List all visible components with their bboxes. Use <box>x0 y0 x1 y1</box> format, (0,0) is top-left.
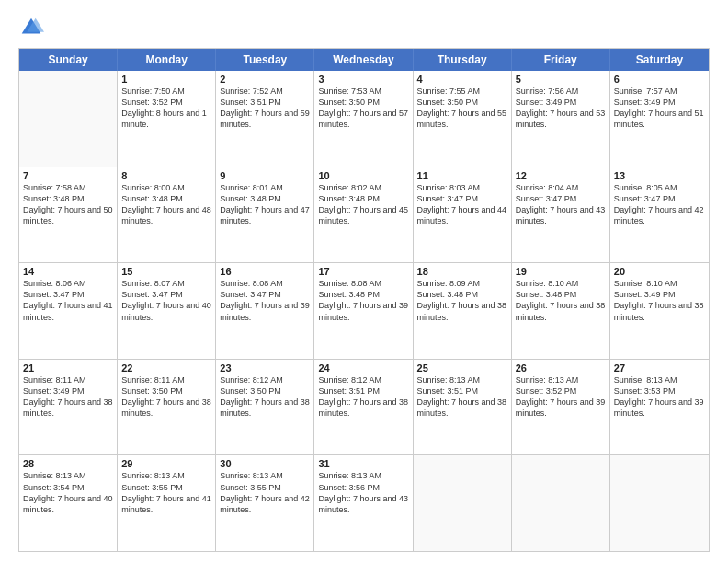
day-number: 9 <box>220 170 310 181</box>
logo-icon <box>18 15 44 40</box>
day-number: 19 <box>516 266 606 277</box>
calendar-cell: 30Sunrise: 8:13 AMSunset: 3:55 PMDayligh… <box>216 455 314 551</box>
cell-info: Sunrise: 8:13 AMSunset: 3:53 PMDaylight:… <box>614 374 705 419</box>
calendar-row-5: 28Sunrise: 8:13 AMSunset: 3:54 PMDayligh… <box>19 454 709 551</box>
cell-info: Sunrise: 8:08 AMSunset: 3:48 PMDaylight:… <box>318 278 408 323</box>
cell-info: Sunrise: 8:13 AMSunset: 3:55 PMDaylight:… <box>220 470 310 515</box>
cell-info: Sunrise: 8:02 AMSunset: 3:48 PMDaylight:… <box>318 182 408 227</box>
calendar-header: SundayMondayTuesdayWednesdayThursdayFrid… <box>19 49 709 71</box>
calendar-row-1: 1Sunrise: 7:50 AMSunset: 3:52 PMDaylight… <box>19 71 709 167</box>
cell-info: Sunrise: 7:57 AMSunset: 3:49 PMDaylight:… <box>614 86 705 131</box>
calendar-row-4: 21Sunrise: 8:11 AMSunset: 3:49 PMDayligh… <box>19 359 709 455</box>
calendar: SundayMondayTuesdayWednesdayThursdayFrid… <box>18 48 710 552</box>
calendar-cell: 11Sunrise: 8:03 AMSunset: 3:47 PMDayligh… <box>414 167 512 263</box>
cell-info: Sunrise: 8:13 AMSunset: 3:56 PMDaylight:… <box>318 470 408 515</box>
calendar-cell: 27Sunrise: 8:13 AMSunset: 3:53 PMDayligh… <box>610 360 709 455</box>
day-number: 11 <box>417 170 507 181</box>
cell-info: Sunrise: 8:12 AMSunset: 3:50 PMDaylight:… <box>220 374 310 419</box>
cell-info: Sunrise: 8:05 AMSunset: 3:47 PMDaylight:… <box>614 182 705 227</box>
calendar-cell: 8Sunrise: 8:00 AMSunset: 3:48 PMDaylight… <box>118 167 216 263</box>
day-number: 8 <box>121 170 211 181</box>
day-of-week-saturday: Saturday <box>610 49 709 71</box>
calendar-cell: 15Sunrise: 8:07 AMSunset: 3:47 PMDayligh… <box>118 263 216 359</box>
cell-info: Sunrise: 8:08 AMSunset: 3:47 PMDaylight:… <box>220 278 310 323</box>
cell-info: Sunrise: 8:12 AMSunset: 3:51 PMDaylight:… <box>318 374 408 419</box>
calendar-cell: 20Sunrise: 8:10 AMSunset: 3:49 PMDayligh… <box>610 263 709 359</box>
calendar-cell: 22Sunrise: 8:11 AMSunset: 3:50 PMDayligh… <box>118 360 216 455</box>
calendar-cell: 12Sunrise: 8:04 AMSunset: 3:47 PMDayligh… <box>512 167 610 263</box>
cell-info: Sunrise: 8:01 AMSunset: 3:48 PMDaylight:… <box>220 182 310 227</box>
calendar-cell: 2Sunrise: 7:52 AMSunset: 3:51 PMDaylight… <box>216 71 314 167</box>
cell-info: Sunrise: 7:58 AMSunset: 3:48 PMDaylight:… <box>23 182 113 227</box>
calendar-cell: 17Sunrise: 8:08 AMSunset: 3:48 PMDayligh… <box>314 263 413 359</box>
calendar-cell: 23Sunrise: 8:12 AMSunset: 3:50 PMDayligh… <box>216 360 314 455</box>
header <box>18 15 710 40</box>
calendar-row-3: 14Sunrise: 8:06 AMSunset: 3:47 PMDayligh… <box>19 262 709 359</box>
cell-info: Sunrise: 8:07 AMSunset: 3:47 PMDaylight:… <box>121 278 211 323</box>
cell-info: Sunrise: 8:11 AMSunset: 3:49 PMDaylight:… <box>23 374 113 419</box>
day-number: 4 <box>417 74 507 85</box>
cell-info: Sunrise: 8:04 AMSunset: 3:47 PMDaylight:… <box>516 182 606 227</box>
day-number: 31 <box>318 458 408 469</box>
calendar-row-2: 7Sunrise: 7:58 AMSunset: 3:48 PMDaylight… <box>19 167 709 263</box>
day-number: 5 <box>516 74 606 85</box>
day-of-week-thursday: Thursday <box>414 49 512 71</box>
calendar-cell: 3Sunrise: 7:53 AMSunset: 3:50 PMDaylight… <box>314 71 413 167</box>
calendar-cell: 16Sunrise: 8:08 AMSunset: 3:47 PMDayligh… <box>216 263 314 359</box>
day-number: 29 <box>121 458 211 469</box>
day-number: 10 <box>318 170 408 181</box>
day-number: 1 <box>121 74 211 85</box>
day-number: 15 <box>121 266 211 277</box>
calendar-cell: 29Sunrise: 8:13 AMSunset: 3:55 PMDayligh… <box>118 455 216 551</box>
calendar-cell: 7Sunrise: 7:58 AMSunset: 3:48 PMDaylight… <box>19 167 118 263</box>
logo <box>18 15 48 40</box>
calendar-cell: 13Sunrise: 8:05 AMSunset: 3:47 PMDayligh… <box>610 167 709 263</box>
cell-info: Sunrise: 8:13 AMSunset: 3:55 PMDaylight:… <box>121 470 211 515</box>
cell-info: Sunrise: 8:13 AMSunset: 3:54 PMDaylight:… <box>23 470 113 515</box>
cell-info: Sunrise: 8:13 AMSunset: 3:51 PMDaylight:… <box>417 374 507 419</box>
day-number: 13 <box>614 170 705 181</box>
day-number: 18 <box>417 266 507 277</box>
day-number: 25 <box>417 362 507 373</box>
cell-info: Sunrise: 8:10 AMSunset: 3:49 PMDaylight:… <box>614 278 705 323</box>
calendar-cell: 19Sunrise: 8:10 AMSunset: 3:48 PMDayligh… <box>512 263 610 359</box>
calendar-cell: 10Sunrise: 8:02 AMSunset: 3:48 PMDayligh… <box>314 167 413 263</box>
day-of-week-sunday: Sunday <box>19 49 118 71</box>
day-number: 3 <box>318 74 408 85</box>
day-number: 23 <box>220 362 310 373</box>
day-number: 7 <box>23 170 113 181</box>
calendar-cell: 26Sunrise: 8:13 AMSunset: 3:52 PMDayligh… <box>512 360 610 455</box>
day-number: 26 <box>516 362 606 373</box>
day-number: 14 <box>23 266 113 277</box>
day-number: 6 <box>614 74 705 85</box>
cell-info: Sunrise: 8:11 AMSunset: 3:50 PMDaylight:… <box>121 374 211 419</box>
cell-info: Sunrise: 8:10 AMSunset: 3:48 PMDaylight:… <box>516 278 606 323</box>
cell-info: Sunrise: 7:52 AMSunset: 3:51 PMDaylight:… <box>220 86 310 131</box>
cell-info: Sunrise: 8:00 AMSunset: 3:48 PMDaylight:… <box>121 182 211 227</box>
day-of-week-monday: Monday <box>118 49 216 71</box>
day-number: 28 <box>23 458 113 469</box>
cell-info: Sunrise: 7:56 AMSunset: 3:49 PMDaylight:… <box>516 86 606 131</box>
calendar-cell <box>19 71 118 167</box>
page: SundayMondayTuesdayWednesdayThursdayFrid… <box>0 0 728 563</box>
calendar-cell: 6Sunrise: 7:57 AMSunset: 3:49 PMDaylight… <box>610 71 709 167</box>
day-number: 17 <box>318 266 408 277</box>
cell-info: Sunrise: 8:09 AMSunset: 3:48 PMDaylight:… <box>417 278 507 323</box>
calendar-body: 1Sunrise: 7:50 AMSunset: 3:52 PMDaylight… <box>19 71 709 551</box>
calendar-cell: 21Sunrise: 8:11 AMSunset: 3:49 PMDayligh… <box>19 360 118 455</box>
day-of-week-friday: Friday <box>512 49 610 71</box>
day-number: 20 <box>614 266 705 277</box>
day-number: 16 <box>220 266 310 277</box>
calendar-cell: 24Sunrise: 8:12 AMSunset: 3:51 PMDayligh… <box>314 360 413 455</box>
day-of-week-wednesday: Wednesday <box>314 49 413 71</box>
calendar-cell: 4Sunrise: 7:55 AMSunset: 3:50 PMDaylight… <box>414 71 512 167</box>
cell-info: Sunrise: 7:53 AMSunset: 3:50 PMDaylight:… <box>318 86 408 131</box>
cell-info: Sunrise: 8:06 AMSunset: 3:47 PMDaylight:… <box>23 278 113 323</box>
calendar-cell: 9Sunrise: 8:01 AMSunset: 3:48 PMDaylight… <box>216 167 314 263</box>
calendar-cell <box>610 455 709 551</box>
cell-info: Sunrise: 7:55 AMSunset: 3:50 PMDaylight:… <box>417 86 507 131</box>
day-number: 22 <box>121 362 211 373</box>
calendar-cell <box>512 455 610 551</box>
day-number: 24 <box>318 362 408 373</box>
calendar-cell: 25Sunrise: 8:13 AMSunset: 3:51 PMDayligh… <box>414 360 512 455</box>
